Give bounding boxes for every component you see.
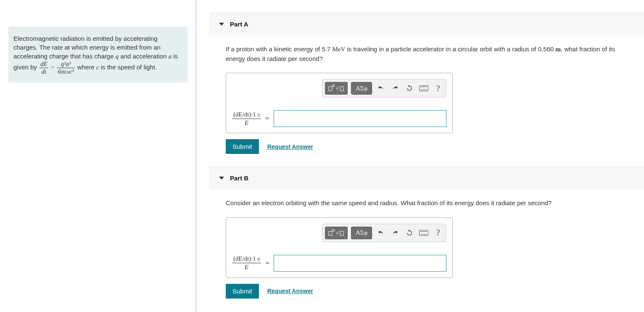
equals: = (51, 64, 54, 71)
part-a-label: Part A (230, 21, 248, 28)
reset-icon (406, 229, 413, 237)
var-c: c (96, 64, 99, 71)
problem-statement-column: Electromagnetic radiation is emitted by … (0, 0, 196, 312)
part-a-prompt: If a proton with a kinetic energy of 5.7… (226, 45, 627, 63)
reset-icon (406, 85, 413, 92)
templates-icon: √ (328, 84, 345, 93)
var-a: a (169, 53, 172, 60)
undo-button[interactable] (375, 227, 386, 238)
templates-button[interactable]: √ (325, 82, 348, 95)
caret-down-icon (219, 23, 224, 26)
help-button[interactable]: ? (433, 227, 443, 238)
reset-button[interactable] (404, 83, 415, 94)
equals-sign: = (265, 259, 269, 267)
redo-button[interactable] (390, 227, 401, 238)
svg-rect-0 (329, 87, 332, 91)
redo-icon (391, 229, 399, 237)
svg-rect-4 (329, 231, 332, 235)
intro-text-4: where (77, 63, 96, 71)
frac-dEdt: dE dt (40, 61, 48, 75)
keyboard-button[interactable] (418, 227, 429, 238)
part-a-header[interactable]: Part A (209, 13, 644, 35)
keyboard-icon (419, 85, 428, 91)
undo-button[interactable] (375, 83, 386, 94)
greek-button[interactable]: ΑΣφ (351, 227, 372, 239)
part-b-prompt: Consider an electron orbiting with the s… (226, 198, 627, 208)
greek-button[interactable]: ΑΣφ (351, 82, 372, 95)
caret-down-icon (219, 177, 224, 180)
part-a-body: If a proton with a kinetic energy of 5.7… (209, 35, 644, 167)
templates-button[interactable]: √ (325, 227, 348, 239)
undo-icon (377, 85, 385, 92)
frac-larmor: q²a² 6πε₀c³ (57, 61, 75, 75)
templates-icon: √ (328, 229, 345, 237)
part-b-answer-box: √ ΑΣφ (226, 217, 453, 278)
part-a-submit-button[interactable]: Submit (226, 139, 259, 154)
problem-statement: Electromagnetic radiation is emitted by … (8, 26, 187, 82)
svg-rect-3 (340, 87, 343, 91)
redo-button[interactable] (390, 83, 401, 94)
help-button[interactable]: ? (433, 83, 443, 94)
part-b-answer-input[interactable] (274, 255, 446, 272)
keyboard-icon (419, 230, 428, 236)
equation-toolbar: √ ΑΣφ (322, 79, 446, 98)
parts-column: Part A If a proton with a kinetic energy… (196, 0, 644, 312)
part-a-request-answer-link[interactable]: Request Answer (267, 143, 313, 150)
intro-text-5: is the speed of light. (99, 63, 157, 71)
reset-button[interactable] (404, 227, 415, 238)
svg-text:√: √ (336, 230, 339, 236)
part-b-header[interactable]: Part B (209, 167, 644, 189)
keyboard-button[interactable] (418, 83, 429, 94)
svg-rect-1 (333, 85, 334, 87)
part-a-answer-box: √ ΑΣφ (226, 73, 453, 133)
redo-icon (391, 85, 399, 92)
part-b-request-answer-link[interactable]: Request Answer (267, 288, 313, 294)
part-b-label: Part B (230, 175, 248, 182)
svg-rect-7 (340, 231, 343, 235)
equation-toolbar: √ ΑΣφ (322, 224, 446, 242)
part-a-answer-input[interactable] (274, 110, 446, 127)
part-b-lhs: (dE/dt)·1 s E (232, 255, 261, 271)
part-b-body: Consider an electron orbiting with the s… (209, 189, 644, 311)
intro-text-2: and acceleration (119, 53, 168, 60)
equals-sign: = (265, 114, 269, 123)
svg-rect-5 (333, 230, 334, 231)
part-b-submit-button[interactable]: Submit (226, 284, 259, 299)
undo-icon (377, 229, 385, 237)
svg-text:√: √ (336, 85, 339, 91)
part-a-lhs: (dE/dt)·1 s E (232, 111, 261, 127)
